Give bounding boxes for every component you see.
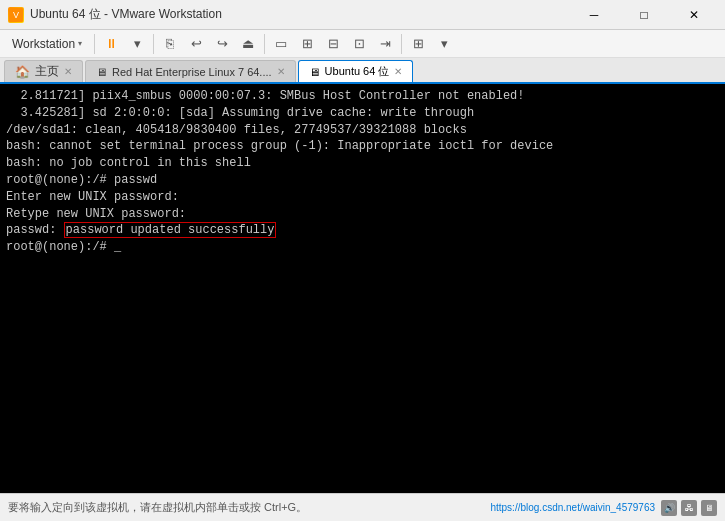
snapshot-button[interactable]: ⎘	[158, 33, 182, 55]
title-bar: V Ubuntu 64 位 - VMware Workstation ─ □ ✕	[0, 0, 725, 30]
toolbar-separator-3	[264, 34, 265, 54]
view-button-5[interactable]: ⇥	[373, 33, 397, 55]
pause-button[interactable]: ⏸	[99, 33, 123, 55]
prev-snapshot-button[interactable]: ↩	[184, 33, 208, 55]
toolbar-separator-4	[401, 34, 402, 54]
ubuntu-tab-icon: 🖥	[309, 66, 320, 78]
workstation-menu[interactable]: Workstation ▾	[4, 34, 90, 54]
app-icon: V	[8, 7, 24, 23]
tab-ubuntu-close[interactable]: ✕	[394, 66, 402, 77]
status-url: https://blog.csdn.net/waivin_4579763	[490, 502, 655, 513]
tab-redhat-close[interactable]: ✕	[277, 66, 285, 77]
workstation-label: Workstation	[12, 37, 75, 51]
status-message: 要将输入定向到该虚拟机，请在虚拟机内部单击或按 Ctrl+G。	[8, 500, 307, 515]
pause-dropdown[interactable]: ▾	[125, 33, 149, 55]
toolbar-separator-2	[153, 34, 154, 54]
next-snapshot-button[interactable]: ↪	[210, 33, 234, 55]
tab-ubuntu[interactable]: 🖥 Ubuntu 64 位 ✕	[298, 60, 414, 82]
close-button[interactable]: ✕	[671, 0, 717, 30]
tab-redhat[interactable]: 🖥 Red Hat Enterprise Linux 7 64.... ✕	[85, 60, 296, 82]
title-bar-left: V Ubuntu 64 位 - VMware Workstation	[8, 6, 222, 23]
redhat-tab-icon: 🖥	[96, 66, 107, 78]
terminal-line: /dev/sda1: clean, 405418/9830400 files, …	[6, 122, 719, 139]
status-text: 要将输入定向到该虚拟机，请在虚拟机内部单击或按 Ctrl+G。	[8, 500, 307, 515]
terminal-line: 3.425281] sd 2:0:0:0: [sda] Assuming dri…	[6, 105, 719, 122]
status-bar: 要将输入定向到该虚拟机，请在虚拟机内部单击或按 Ctrl+G。 https://…	[0, 493, 725, 521]
window-controls: ─ □ ✕	[571, 0, 717, 30]
terminal-line: Enter new UNIX password:	[6, 189, 719, 206]
toolbar-separator-1	[94, 34, 95, 54]
terminal-line: bash: cannot set terminal process group …	[6, 138, 719, 155]
network-icon[interactable]: 🖧	[681, 500, 697, 516]
tabs-bar: 🏠 主页 ✕ 🖥 Red Hat Enterprise Linux 7 64..…	[0, 58, 725, 84]
terminal-line: passwd: password updated successfully	[6, 222, 719, 239]
fit-dropdown[interactable]: ▾	[432, 33, 456, 55]
view-button-2[interactable]: ⊞	[295, 33, 319, 55]
view-button-1[interactable]: ▭	[269, 33, 293, 55]
minimize-button[interactable]: ─	[571, 0, 617, 30]
fit-button[interactable]: ⊞	[406, 33, 430, 55]
tab-home-close[interactable]: ✕	[64, 66, 72, 77]
terminal-line: root@(none):/# _	[6, 239, 719, 256]
home-icon: 🏠	[15, 65, 30, 79]
status-icons: 🔊 🖧 🖥	[661, 500, 717, 516]
terminal-line: 2.811721] piix4_smbus 0000:00:07.3: SMBu…	[6, 88, 719, 105]
vm-icon[interactable]: 🖥	[701, 500, 717, 516]
terminal-line: Retype new UNIX password:	[6, 206, 719, 223]
tab-ubuntu-label: Ubuntu 64 位	[325, 64, 390, 79]
status-right: https://blog.csdn.net/waivin_4579763 🔊 🖧…	[490, 500, 717, 516]
window-title: Ubuntu 64 位 - VMware Workstation	[30, 6, 222, 23]
terminal-line: bash: no job control in this shell	[6, 155, 719, 172]
terminal-output[interactable]: 2.811721] piix4_smbus 0000:00:07.3: SMBu…	[0, 84, 725, 493]
terminal-line: root@(none):/# passwd	[6, 172, 719, 189]
svg-text:V: V	[13, 10, 19, 20]
maximize-button[interactable]: □	[621, 0, 667, 30]
tab-home[interactable]: 🏠 主页 ✕	[4, 60, 83, 82]
view-button-4[interactable]: ⊡	[347, 33, 371, 55]
sound-icon[interactable]: 🔊	[661, 500, 677, 516]
highlight-text: password updated successfully	[64, 222, 277, 238]
dropdown-arrow: ▾	[78, 39, 82, 48]
tab-home-label: 主页	[35, 63, 59, 80]
menu-toolbar-bar: Workstation ▾ ⏸ ▾ ⎘ ↩ ↪ ⏏ ▭ ⊞ ⊟ ⊡ ⇥ ⊞ ▾	[0, 30, 725, 58]
view-button-3[interactable]: ⊟	[321, 33, 345, 55]
tab-redhat-label: Red Hat Enterprise Linux 7 64....	[112, 66, 272, 78]
send-button[interactable]: ⏏	[236, 33, 260, 55]
app-window: V Ubuntu 64 位 - VMware Workstation ─ □ ✕…	[0, 0, 725, 521]
